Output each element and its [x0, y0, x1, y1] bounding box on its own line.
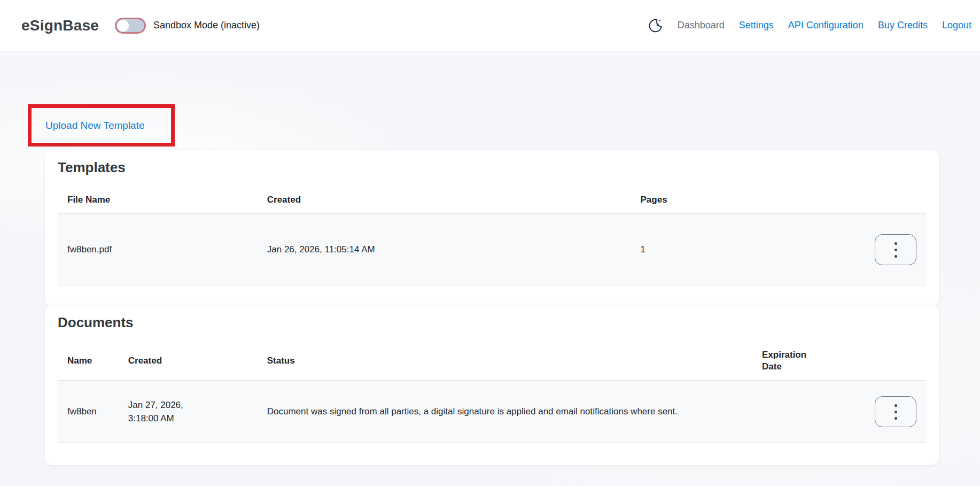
document-actions-cell [865, 381, 926, 443]
sandbox-mode-label: Sandbox Mode (inactive) [153, 20, 260, 31]
documents-header-row: Name Created Status Expiration Date [58, 345, 926, 381]
app-header: eSignBase Sandbox Mode (inactive) Dashbo… [0, 0, 980, 51]
template-pages: 1 [631, 214, 866, 286]
template-table-row: fw8ben.pdf Jan 26, 2026, 11:05:14 AM 1 [58, 214, 926, 286]
document-name: fw8ben [58, 381, 119, 443]
documents-col-status: Status [258, 345, 752, 381]
nav-item-logout[interactable]: Logout [942, 20, 971, 31]
dark-mode-moon-icon[interactable] [648, 18, 663, 33]
nav-item-dashboard[interactable]: Dashboard [678, 20, 725, 31]
kebab-dot [895, 417, 897, 420]
template-actions-cell [865, 214, 926, 286]
upload-new-template-link[interactable]: Upload New Template [45, 120, 145, 132]
documents-card: Documents Name Created Status Expiration… [45, 305, 939, 465]
template-created: Jan 26, 2026, 11:05:14 AM [258, 214, 631, 286]
documents-col-actions [865, 345, 926, 381]
document-table-row: fw8ben Jan 27, 2026, 3:18:00 AM Document… [58, 381, 926, 443]
templates-col-created: Created [258, 190, 631, 214]
documents-col-expiration-date: Expiration Date [752, 345, 865, 381]
template-kebab-menu-button[interactable] [875, 234, 916, 265]
documents-card-title: Documents [58, 314, 926, 331]
document-kebab-menu-button[interactable] [875, 396, 916, 427]
templates-card: Templates File Name Created Pages fw8ben… [45, 150, 939, 307]
templates-card-title: Templates [58, 159, 926, 176]
main-nav: Dashboard Settings API Configuration Buy… [648, 18, 971, 33]
templates-col-actions [865, 190, 926, 214]
red-annotation-box: Upload New Template [28, 104, 175, 146]
header-left-group: eSignBase Sandbox Mode (inactive) [21, 17, 260, 34]
sandbox-mode-toggle[interactable] [115, 18, 146, 34]
kebab-dot [895, 249, 897, 251]
toggle-knob [117, 20, 129, 32]
documents-col-created: Created [119, 345, 258, 381]
document-created: Jan 27, 2026, 3:18:00 AM [119, 381, 258, 443]
nav-item-api-configuration[interactable]: API Configuration [788, 20, 864, 31]
documents-col-name: Name [58, 345, 119, 381]
nav-item-buy-credits[interactable]: Buy Credits [878, 20, 928, 31]
kebab-dot [895, 411, 897, 413]
documents-table: Name Created Status Expiration Date fw8b… [58, 345, 926, 443]
kebab-dot [895, 255, 897, 258]
kebab-dot [895, 242, 897, 245]
brand-logo[interactable]: eSignBase [21, 17, 99, 34]
templates-header-row: File Name Created Pages [58, 190, 926, 214]
templates-table: File Name Created Pages fw8ben.pdf Jan 2… [58, 190, 926, 286]
page-content: Upload New Template Templates File Name … [0, 51, 980, 486]
templates-col-file-name: File Name [58, 190, 258, 214]
templates-col-pages: Pages [631, 190, 866, 214]
document-expiration-date [752, 381, 865, 443]
template-file-name: fw8ben.pdf [58, 214, 258, 286]
kebab-dot [895, 404, 897, 407]
document-status: Document was signed from all parties, a … [258, 381, 752, 443]
nav-item-settings[interactable]: Settings [739, 20, 774, 31]
